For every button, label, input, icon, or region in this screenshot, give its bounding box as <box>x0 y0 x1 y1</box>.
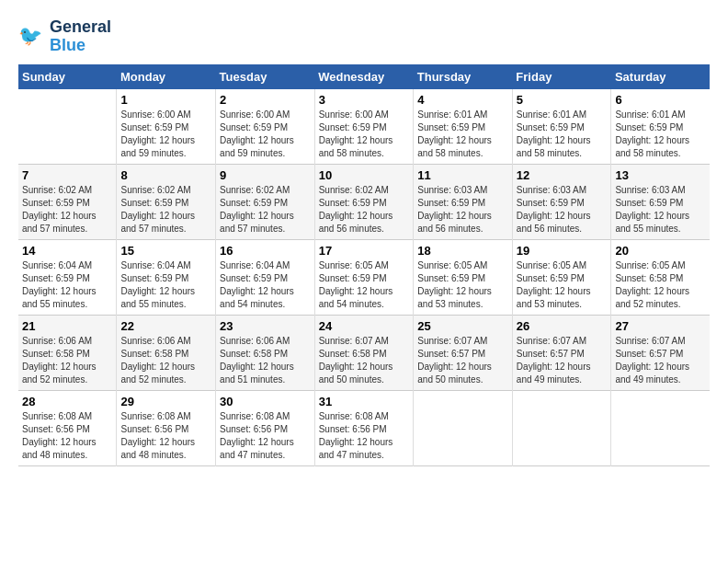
calendar-week-row: 1Sunrise: 6:00 AM Sunset: 6:59 PM Daylig… <box>18 89 710 165</box>
day-info: Sunrise: 6:00 AM Sunset: 6:59 PM Dayligh… <box>120 109 211 160</box>
logo-icon: 🐦 <box>18 23 46 51</box>
column-header-tuesday: Tuesday <box>216 64 315 89</box>
calendar-cell: 8Sunrise: 6:02 AM Sunset: 6:59 PM Daylig… <box>117 164 216 239</box>
calendar-week-row: 28Sunrise: 6:08 AM Sunset: 6:56 PM Dayli… <box>18 390 710 465</box>
day-number: 3 <box>319 93 410 107</box>
calendar-cell: 19Sunrise: 6:05 AM Sunset: 6:59 PM Dayli… <box>512 239 611 315</box>
day-info: Sunrise: 6:01 AM Sunset: 6:59 PM Dayligh… <box>615 109 706 160</box>
calendar-header-row: SundayMondayTuesdayWednesdayThursdayFrid… <box>18 64 710 89</box>
day-number: 31 <box>319 395 410 408</box>
calendar-cell: 27Sunrise: 6:07 AM Sunset: 6:57 PM Dayli… <box>611 315 710 390</box>
day-number: 20 <box>615 244 706 258</box>
calendar-cell: 23Sunrise: 6:06 AM Sunset: 6:58 PM Dayli… <box>216 315 315 390</box>
day-number: 15 <box>120 244 211 258</box>
day-info: Sunrise: 6:05 AM Sunset: 6:59 PM Dayligh… <box>517 259 608 311</box>
day-number: 7 <box>22 168 112 182</box>
day-info: Sunrise: 6:04 AM Sunset: 6:59 PM Dayligh… <box>22 259 112 311</box>
day-info: Sunrise: 6:03 AM Sunset: 6:59 PM Dayligh… <box>417 184 508 236</box>
calendar-cell <box>611 390 710 465</box>
day-number: 23 <box>220 319 311 333</box>
logo: 🐦 General Blue <box>18 18 111 55</box>
calendar-cell: 18Sunrise: 6:05 AM Sunset: 6:59 PM Dayli… <box>414 239 513 315</box>
column-header-wednesday: Wednesday <box>314 64 414 89</box>
day-info: Sunrise: 6:06 AM Sunset: 6:58 PM Dayligh… <box>220 335 311 386</box>
calendar-cell: 4Sunrise: 6:01 AM Sunset: 6:59 PM Daylig… <box>414 89 513 165</box>
calendar-cell <box>512 390 611 465</box>
day-info: Sunrise: 6:03 AM Sunset: 6:59 PM Dayligh… <box>615 184 706 236</box>
calendar-cell: 28Sunrise: 6:08 AM Sunset: 6:56 PM Dayli… <box>18 390 117 465</box>
day-info: Sunrise: 6:08 AM Sunset: 6:56 PM Dayligh… <box>319 410 410 462</box>
day-number: 26 <box>517 319 608 333</box>
calendar-table: SundayMondayTuesdayWednesdayThursdayFrid… <box>18 64 710 466</box>
column-header-sunday: Sunday <box>18 64 117 89</box>
calendar-cell: 10Sunrise: 6:02 AM Sunset: 6:59 PM Dayli… <box>314 164 414 239</box>
day-number: 30 <box>220 395 311 408</box>
calendar-cell: 5Sunrise: 6:01 AM Sunset: 6:59 PM Daylig… <box>512 89 611 165</box>
day-info: Sunrise: 6:01 AM Sunset: 6:59 PM Dayligh… <box>517 109 608 160</box>
day-number: 16 <box>220 244 311 258</box>
calendar-cell <box>414 390 513 465</box>
day-info: Sunrise: 6:06 AM Sunset: 6:58 PM Dayligh… <box>22 335 112 386</box>
calendar-cell: 3Sunrise: 6:00 AM Sunset: 6:59 PM Daylig… <box>314 89 414 165</box>
calendar-week-row: 7Sunrise: 6:02 AM Sunset: 6:59 PM Daylig… <box>18 164 710 239</box>
calendar-cell: 17Sunrise: 6:05 AM Sunset: 6:59 PM Dayli… <box>314 239 414 315</box>
day-info: Sunrise: 6:04 AM Sunset: 6:59 PM Dayligh… <box>220 259 311 311</box>
column-header-thursday: Thursday <box>414 64 513 89</box>
column-header-monday: Monday <box>117 64 216 89</box>
day-info: Sunrise: 6:08 AM Sunset: 6:56 PM Dayligh… <box>120 410 211 462</box>
day-number: 2 <box>220 93 311 107</box>
day-info: Sunrise: 6:03 AM Sunset: 6:59 PM Dayligh… <box>517 184 608 236</box>
calendar-cell: 30Sunrise: 6:08 AM Sunset: 6:56 PM Dayli… <box>216 390 315 465</box>
day-info: Sunrise: 6:01 AM Sunset: 6:59 PM Dayligh… <box>417 109 508 160</box>
calendar-cell: 11Sunrise: 6:03 AM Sunset: 6:59 PM Dayli… <box>414 164 513 239</box>
svg-text:🐦: 🐦 <box>18 24 43 48</box>
day-info: Sunrise: 6:05 AM Sunset: 6:59 PM Dayligh… <box>417 259 508 311</box>
calendar-cell: 25Sunrise: 6:07 AM Sunset: 6:57 PM Dayli… <box>414 315 513 390</box>
calendar-cell: 1Sunrise: 6:00 AM Sunset: 6:59 PM Daylig… <box>117 89 216 165</box>
day-info: Sunrise: 6:06 AM Sunset: 6:58 PM Dayligh… <box>120 335 211 386</box>
day-info: Sunrise: 6:00 AM Sunset: 6:59 PM Dayligh… <box>220 109 311 160</box>
day-info: Sunrise: 6:02 AM Sunset: 6:59 PM Dayligh… <box>319 184 410 236</box>
calendar-cell: 21Sunrise: 6:06 AM Sunset: 6:58 PM Dayli… <box>18 315 117 390</box>
day-number: 28 <box>22 395 112 408</box>
day-info: Sunrise: 6:02 AM Sunset: 6:59 PM Dayligh… <box>120 184 211 236</box>
header: 🐦 General Blue <box>18 18 710 55</box>
day-info: Sunrise: 6:07 AM Sunset: 6:57 PM Dayligh… <box>517 335 608 386</box>
calendar-cell <box>18 89 117 165</box>
day-number: 13 <box>615 168 706 182</box>
day-info: Sunrise: 6:02 AM Sunset: 6:59 PM Dayligh… <box>22 184 112 236</box>
day-number: 6 <box>615 93 706 107</box>
calendar-cell: 6Sunrise: 6:01 AM Sunset: 6:59 PM Daylig… <box>611 89 710 165</box>
logo-text: General Blue <box>50 18 111 55</box>
day-number: 24 <box>319 319 410 333</box>
day-info: Sunrise: 6:08 AM Sunset: 6:56 PM Dayligh… <box>22 410 112 462</box>
day-number: 29 <box>120 395 211 408</box>
column-header-saturday: Saturday <box>611 64 710 89</box>
day-info: Sunrise: 6:04 AM Sunset: 6:59 PM Dayligh… <box>120 259 211 311</box>
day-info: Sunrise: 6:07 AM Sunset: 6:58 PM Dayligh… <box>319 335 410 386</box>
day-info: Sunrise: 6:07 AM Sunset: 6:57 PM Dayligh… <box>417 335 508 386</box>
day-number: 19 <box>517 244 608 258</box>
calendar-cell: 2Sunrise: 6:00 AM Sunset: 6:59 PM Daylig… <box>216 89 315 165</box>
calendar-cell: 15Sunrise: 6:04 AM Sunset: 6:59 PM Dayli… <box>117 239 216 315</box>
calendar-cell: 22Sunrise: 6:06 AM Sunset: 6:58 PM Dayli… <box>117 315 216 390</box>
day-number: 11 <box>417 168 508 182</box>
day-number: 22 <box>120 319 211 333</box>
calendar-week-row: 21Sunrise: 6:06 AM Sunset: 6:58 PM Dayli… <box>18 315 710 390</box>
day-number: 14 <box>22 244 112 258</box>
day-number: 18 <box>417 244 508 258</box>
day-info: Sunrise: 6:08 AM Sunset: 6:56 PM Dayligh… <box>220 410 311 462</box>
calendar-cell: 9Sunrise: 6:02 AM Sunset: 6:59 PM Daylig… <box>216 164 315 239</box>
day-number: 1 <box>120 93 211 107</box>
day-info: Sunrise: 6:05 AM Sunset: 6:58 PM Dayligh… <box>615 259 706 311</box>
day-number: 10 <box>319 168 410 182</box>
day-info: Sunrise: 6:02 AM Sunset: 6:59 PM Dayligh… <box>220 184 311 236</box>
day-number: 17 <box>319 244 410 258</box>
day-number: 8 <box>120 168 211 182</box>
calendar-week-row: 14Sunrise: 6:04 AM Sunset: 6:59 PM Dayli… <box>18 239 710 315</box>
calendar-cell: 7Sunrise: 6:02 AM Sunset: 6:59 PM Daylig… <box>18 164 117 239</box>
day-number: 21 <box>22 319 112 333</box>
calendar-cell: 16Sunrise: 6:04 AM Sunset: 6:59 PM Dayli… <box>216 239 315 315</box>
day-number: 25 <box>417 319 508 333</box>
day-number: 27 <box>615 319 706 333</box>
